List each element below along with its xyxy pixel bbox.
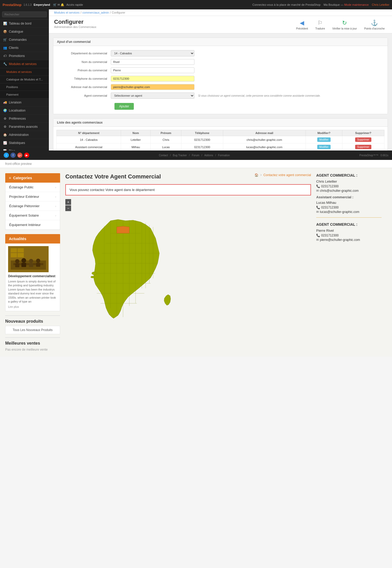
cat-item-projecteur[interactable]: Projecteur Extérieur ›: [5, 192, 60, 201]
sidebar-item-blog[interactable]: 📝 Blog: [0, 147, 49, 150]
agent-control: Sélectionner un agent: [111, 92, 194, 99]
add-commercial-section: Ajout d'un commercial Département du com…: [53, 38, 388, 114]
modifier-button-2[interactable]: Modifier: [317, 145, 331, 149]
contact-link[interactable]: Contact: [159, 154, 168, 157]
cat-item-equipement-solaire[interactable]: Équipement Solaire ›: [5, 211, 60, 220]
search-input[interactable]: [2, 11, 47, 17]
cat-item-equipement-interieur[interactable]: Équipement Intérieur: [5, 220, 60, 230]
sidebar-sub-modules-services[interactable]: Modules et services: [0, 68, 49, 76]
breadcrumb-modules[interactable]: Modules et services: [54, 11, 79, 14]
agent2-email-address: pierre@schuller-graphic.com: [320, 238, 360, 242]
col-modifier: Modifier?: [306, 130, 342, 136]
addons-link[interactable]: Addons: [204, 154, 213, 157]
chevron-right-icon: ›: [55, 205, 56, 208]
sidebar-item-livraison[interactable]: 🚚 Livraison: [0, 98, 49, 107]
preferences-icon: ⚙: [3, 117, 7, 120]
nouveaux-produits-link[interactable]: Tous Les Nouveaux Produits: [5, 326, 60, 334]
acces-rapide-btn[interactable]: Accès rapide: [66, 3, 83, 6]
formation-link[interactable]: Formation: [218, 154, 230, 157]
store-name: Emperyland: [34, 3, 50, 6]
sidebar-item-preferences[interactable]: ⚙ Préférences: [0, 115, 49, 123]
cell-email: chris@schuller-graphic.com: [223, 136, 305, 143]
traduire-button[interactable]: ⚐ Traduire: [313, 19, 327, 31]
youtube-icon[interactable]: ▶: [24, 153, 29, 158]
form-section-title: Ajout d'un commercial: [53, 38, 388, 46]
sidebar-item-promotions[interactable]: 🏷 Promotions: [0, 52, 49, 60]
assistant-name: Lucas Milhau: [316, 201, 382, 205]
verifier-button[interactable]: ↻ Vérifier la mise à jour: [330, 19, 359, 31]
sidebar-item-stats[interactable]: 📈 Statistiques: [0, 139, 49, 147]
home-icon[interactable]: 🏠: [255, 173, 258, 177]
user-name[interactable]: Chris Letellier: [372, 3, 389, 6]
prenom-input[interactable]: [111, 67, 194, 73]
sidebar-item-admin[interactable]: 🏠 Administration: [0, 131, 49, 139]
chevron-right-icon: ›: [55, 186, 56, 189]
col-prenom: Prénom: [151, 130, 181, 136]
cell-dept: 14 - Calvados: [57, 136, 121, 143]
agent-select[interactable]: Sélectionner un agent: [111, 92, 194, 99]
bugtracker-link[interactable]: Bug Tracker: [173, 154, 187, 157]
breadcrumb-commerciaux[interactable]: commerciaux_admin: [82, 11, 109, 14]
facebook-icon[interactable]: f: [10, 153, 16, 158]
chevron-right-icon: ›: [55, 214, 56, 217]
sidebar-item-params[interactable]: ⚙ Paramètres avancés: [0, 123, 49, 131]
points-button[interactable]: ⚓ Points d'accroche: [362, 19, 387, 31]
sidebar-item-modules[interactable]: 🔧 Modules et services: [0, 60, 49, 68]
news-title: Développement commercialtest: [8, 274, 57, 278]
categories-block: ≡ Categories Éclairage Public › Projecte…: [5, 173, 60, 230]
cell-tel: 0231712300: [181, 143, 223, 151]
twitter-icon[interactable]: t: [4, 153, 9, 158]
cat-item-eclairage-pietonnier[interactable]: Éclairage Piétonnier ›: [5, 201, 60, 211]
table-title: Liste des agents commerciaux: [53, 119, 388, 127]
prenom-label: Prénom du commercial: [59, 69, 111, 72]
email-input[interactable]: [111, 84, 194, 90]
actualites-title: Actualités: [9, 237, 26, 241]
sidebar-label: Modules et services: [9, 62, 37, 66]
sidebar-item-clients[interactable]: 👥 Clients: [0, 44, 49, 52]
supprimer-button-2[interactable]: Supprimer: [355, 145, 371, 149]
sidebar-label: Localisation: [9, 109, 25, 112]
breadcrumb-current: Contactez votre agent commercial: [263, 173, 311, 177]
assistant-title: Assistant commercial :: [316, 195, 382, 199]
sidebar-item-dashboard[interactable]: 📊 Tableau de bord: [0, 20, 49, 28]
tel-input[interactable]: [111, 76, 194, 82]
svg-point-33: [91, 276, 94, 278]
phone-icon: 📞: [316, 206, 320, 209]
admin-main: Modules et services / commerciaux_admin …: [49, 9, 392, 150]
forum-link[interactable]: Forum: [192, 154, 199, 157]
sidebar-item-commandes[interactable]: 🛒 Commandes: [0, 36, 49, 44]
supprimer-button-1[interactable]: Supprimer: [355, 137, 371, 142]
cat-label: Équipement Intérieur: [9, 223, 41, 227]
cat-label: Équipement Solaire: [9, 213, 39, 217]
points-label: Points d'accroche: [364, 27, 385, 30]
read-more-link[interactable]: Lire plus: [8, 305, 57, 308]
phone-icon: 📞: [316, 234, 320, 237]
googleplus-icon[interactable]: g+: [17, 153, 22, 158]
cell-supprimer: Supprimer: [342, 143, 384, 151]
assistant-email-address: lucas@schuller-graphic.com: [320, 210, 359, 214]
sidebar-item-localisation[interactable]: 🌍 Localisation: [0, 107, 49, 115]
zoom-in-button[interactable]: +: [65, 199, 71, 205]
admin-sidebar: 📊 Tableau de bord 📦 Catalogue 🛒 Commande…: [0, 9, 49, 150]
sidebar-label: Catalogue: [9, 30, 23, 33]
sidebar-sub-positions[interactable]: Positions: [0, 83, 49, 91]
add-button[interactable]: Ajouter: [114, 103, 134, 110]
zoom-out-button[interactable]: −: [65, 205, 71, 211]
nouveaux-produits-block: Nouveaux produits Tous Les Nouveaux Prod…: [5, 315, 60, 334]
dept-select[interactable]: 14 - Calvados: [111, 50, 194, 56]
sidebar-item-catalogue[interactable]: 📦 Catalogue: [0, 28, 49, 36]
breadcrumb-current: Configurer: [112, 11, 125, 14]
svg-point-7: [29, 259, 33, 263]
sidebar-sub-paiement[interactable]: Paiement: [0, 91, 49, 98]
cat-item-eclairage-public[interactable]: Éclairage Public ›: [5, 183, 60, 192]
calvados-dept[interactable]: [117, 226, 129, 233]
sidebar-sub-catalogue[interactable]: Catalogue de Modules et T...: [0, 76, 49, 83]
email-row: Adresse mail du commercial: [59, 84, 382, 90]
svg-rect-4: [15, 263, 19, 267]
nom-input[interactable]: [111, 59, 194, 65]
modifier-button-1[interactable]: Modifier: [317, 137, 331, 142]
agent1-phone-number: 0231712300: [321, 184, 339, 188]
agent2-title: AGENT COMMERCIAL :: [316, 222, 382, 227]
precedent-button[interactable]: ◀ Précédent: [294, 19, 310, 31]
cell-prenom: Chris: [151, 136, 181, 143]
